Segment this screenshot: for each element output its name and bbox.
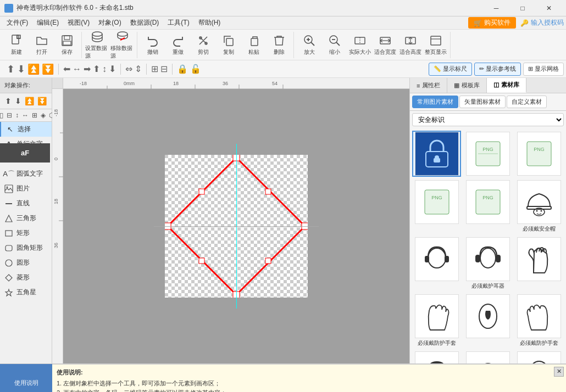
tab-material[interactable]: ◫ 素材库 — [487, 78, 526, 93]
material-item-7[interactable] — [412, 236, 461, 291]
canvas-paper[interactable] — [165, 155, 308, 298]
obj-align-icon5[interactable]: ⊞ — [31, 110, 38, 120]
material-item-4[interactable]: PNG — [412, 179, 461, 234]
remove-datasource-button[interactable]: 移除数据源 — [110, 33, 135, 57]
help-close-button[interactable]: ✕ — [554, 367, 564, 377]
maximize-button[interactable]: □ — [510, 0, 535, 16]
align-bottom-icon[interactable]: ⬇ — [109, 64, 116, 74]
align-center-v-icon[interactable]: ↕ — [102, 64, 107, 74]
menu-tools[interactable]: 工具(T) — [163, 17, 193, 29]
setup-datasource-button[interactable]: 设置数据源 — [85, 33, 109, 57]
obj-align-icon3[interactable]: ↕ — [14, 110, 20, 120]
zoomout-button[interactable]: 缩小 — [323, 33, 347, 57]
obj-align-icon4[interactable]: ↔ — [21, 110, 30, 120]
distribute-h-icon[interactable]: ⇔ — [125, 64, 132, 74]
menu-datasource[interactable]: 数据源(D) — [126, 17, 164, 29]
fit-all-button[interactable]: 整页显示 — [424, 33, 448, 57]
layer-bottom-icon[interactable]: ⏬ — [42, 63, 54, 75]
obj-layer-icon4[interactable]: ⏬ — [36, 96, 48, 107]
tool-select[interactable]: ↖ 选择 — [0, 122, 52, 137]
menu-file[interactable]: 文件(F) — [2, 17, 32, 29]
tool-circle[interactable]: 圆形 — [0, 255, 52, 270]
material-item-11[interactable] — [463, 293, 512, 348]
align-left-icon[interactable]: ⬅ — [63, 64, 70, 74]
group-icon[interactable]: ⊞ — [151, 64, 158, 74]
menu-edit[interactable]: 编辑(E) — [32, 17, 63, 29]
material-tab-vector[interactable]: 矢量图标素材 — [459, 96, 506, 108]
open-button[interactable]: 打开 — [30, 33, 54, 57]
fit-width-button[interactable]: 适合宽度 — [373, 33, 397, 57]
align-right-icon[interactable]: ➡ — [84, 64, 91, 74]
save-button[interactable]: 保存 — [55, 33, 79, 57]
actual-size-button[interactable]: 实际大小 — [348, 33, 372, 57]
material-item-3[interactable]: PNG — [515, 131, 564, 177]
material-item-1[interactable] — [412, 131, 461, 177]
minimize-button[interactable]: ─ — [484, 0, 509, 16]
tab-template[interactable]: ▦ 模板库 — [447, 78, 487, 93]
tab-properties[interactable]: ≡ 属性栏 — [410, 78, 447, 93]
svg-rect-84 — [445, 256, 449, 262]
material-item-14[interactable] — [463, 350, 512, 363]
material-item-12[interactable]: 必须戴防护手套 — [515, 293, 564, 348]
material-item-9[interactable] — [515, 236, 564, 291]
menu-view[interactable]: 视图(V) — [63, 17, 94, 29]
paste-button[interactable]: 粘贴 — [242, 33, 266, 57]
align-center-h-icon[interactable]: ↔ — [73, 64, 81, 74]
redo-button[interactable]: 重做 — [166, 33, 190, 57]
material-tab-common[interactable]: 常用图片素材 — [412, 96, 458, 108]
undo-button[interactable]: 撤销 — [141, 33, 165, 57]
align-top-icon[interactable]: ⬆ — [93, 64, 100, 74]
obj-align-icon1[interactable]: ◫ — [0, 110, 4, 120]
tool-round-rect[interactable]: 圆角矩形 — [0, 240, 52, 255]
obj-layer-icon2[interactable]: ⬇ — [14, 96, 23, 107]
obj-align-icon2[interactable]: ⊟ — [5, 110, 13, 120]
auth-button[interactable]: 🔑 输入授权码 — [520, 18, 564, 27]
tool-triangle[interactable]: 三角形 — [0, 211, 52, 226]
material-item-10[interactable]: 必须戴防护手套 — [412, 293, 461, 348]
obj-layer-icon1[interactable]: ⬆ — [4, 96, 13, 107]
select-icon: ↖ — [5, 125, 14, 134]
show-ruler-button[interactable]: 📏 显示标尺 — [429, 63, 472, 76]
delete-button[interactable]: 删除 — [267, 33, 291, 57]
obj-layer-icon3[interactable]: ⏫ — [24, 96, 35, 107]
layer-down-icon[interactable]: ⬇ — [17, 63, 25, 75]
unlock-icon[interactable]: 🔓 — [190, 64, 201, 74]
distribute-v-icon[interactable]: ⇕ — [135, 64, 142, 74]
zoomin-button[interactable]: 放大 — [297, 33, 321, 57]
tool-image[interactable]: 图片 — [0, 181, 52, 196]
material-item-5[interactable]: PNG — [463, 179, 512, 234]
lock-icon[interactable]: 🔒 — [177, 64, 188, 74]
tool-rect[interactable]: 矩形 — [0, 226, 52, 240]
ungroup-icon[interactable]: ⊟ — [160, 64, 168, 74]
material-item-8[interactable]: 必须戴护耳器 — [463, 236, 512, 291]
buy-software-button[interactable]: 🛒 购买软件 — [468, 17, 516, 29]
edit-tools: 撤销 重做 剪切 复制 粘贴 — [138, 32, 294, 58]
copy-button[interactable]: 复制 — [217, 33, 241, 57]
tool-rhombus[interactable]: 菱形 — [0, 270, 52, 285]
material-tab-custom[interactable]: 自定义素材 — [507, 96, 547, 108]
setup-datasource-icon — [91, 30, 104, 43]
material-item-13[interactable] — [412, 350, 461, 363]
material-item-8-label: 必须戴护耳器 — [471, 282, 504, 290]
help-tab-label[interactable]: 使用说明 — [0, 364, 52, 392]
material-item-2[interactable]: PNG — [463, 131, 512, 177]
show-refline-button[interactable]: ✏ 显示参考线 — [474, 63, 521, 76]
show-grid-button[interactable]: ⊞ 显示网格 — [523, 63, 564, 76]
menu-help[interactable]: 帮助(H) — [194, 17, 225, 29]
layer-top-icon[interactable]: ⏫ — [27, 63, 40, 75]
obj-align-icon6[interactable]: ◈ — [40, 110, 47, 120]
close-button[interactable]: ✕ — [536, 0, 562, 16]
new-button[interactable]: 新建 — [4, 33, 29, 57]
tool-star[interactable]: 五角星 — [0, 285, 52, 300]
canvas-area[interactable]: -18 0mm 18 36 54 -18 0 18 36 — [52, 78, 409, 363]
fit-height-button[interactable]: 适合高度 — [398, 33, 423, 57]
layer-up-icon[interactable]: ⬆ — [7, 63, 15, 75]
tool-arc-text[interactable]: A⌒ 圆弧文字 — [0, 166, 52, 181]
material-item-6[interactable]: 必须戴安全帽 — [515, 179, 564, 234]
tool-line[interactable]: 直线 — [0, 196, 52, 211]
cut-button[interactable]: 剪切 — [191, 33, 215, 57]
menu-object[interactable]: 对象(O) — [94, 17, 125, 29]
category-dropdown[interactable]: 安全标识交通标识消防标识禁止标识 — [412, 113, 564, 126]
material-category-select[interactable]: 安全标识交通标识消防标识禁止标识 — [412, 113, 564, 126]
material-item-15[interactable]: 必须戴防护眼镜 — [515, 350, 564, 363]
